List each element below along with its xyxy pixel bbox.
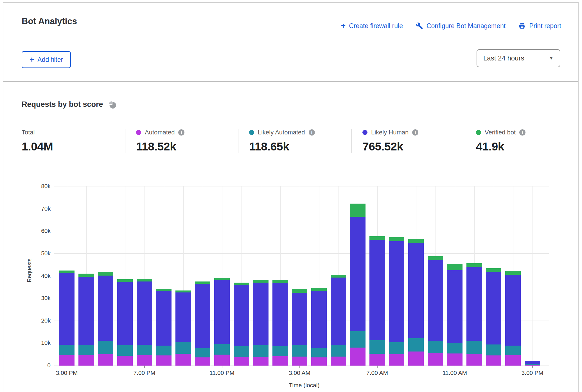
- bar-segment-likely-human: [350, 217, 366, 331]
- bar-segment-likely-human: [525, 361, 540, 364]
- y-tick-label: 20k: [31, 317, 51, 324]
- bar-segment-verified-bot: [253, 280, 269, 283]
- bar-segment-verified-bot: [466, 263, 482, 267]
- x-axis-title: Time (local): [273, 382, 335, 389]
- x-tick-label: 11:00 PM: [200, 370, 245, 376]
- pie-chart-icon: [108, 101, 116, 109]
- bar-segment-likely-automated: [447, 343, 463, 353]
- y-tick-label: 80k: [31, 183, 51, 190]
- stacked-bar-hour-23[interactable]: [505, 271, 521, 366]
- stacked-bar-hour-24[interactable]: [525, 361, 540, 366]
- stacked-bar-hour-18[interactable]: [408, 239, 424, 366]
- y-tick-label: 50k: [31, 250, 51, 257]
- stacked-bar-hour-19[interactable]: [428, 256, 443, 366]
- stacked-bar-hour-8[interactable]: [214, 278, 230, 366]
- stat-total: Total 1.04M: [22, 129, 125, 153]
- verified-bot-dot: [476, 130, 481, 135]
- bar-segment-verified-bot: [272, 280, 288, 283]
- info-icon[interactable]: i: [519, 129, 525, 136]
- stacked-bar-hour-7[interactable]: [195, 281, 210, 366]
- bar-segment-likely-human: [408, 243, 424, 338]
- x-tick: [144, 366, 145, 368]
- page-title: Bot Analytics: [22, 16, 77, 26]
- bar-segment-likely-automated: [253, 345, 269, 357]
- bar-segment-automated: [253, 357, 269, 366]
- bar-segment-likely-human: [98, 276, 113, 341]
- y-tick-label: 0: [31, 362, 51, 369]
- stacked-bar-hour-3[interactable]: [117, 279, 133, 366]
- stacked-bar-hour-15[interactable]: [350, 204, 366, 366]
- bar-segment-verified-bot: [98, 272, 113, 276]
- time-range-select[interactable]: Last 24 hours ▼: [477, 49, 560, 67]
- info-icon[interactable]: i: [412, 129, 418, 136]
- bar-segment-verified-bot: [447, 264, 463, 270]
- bar-segment-automated: [486, 355, 501, 366]
- x-tick-label: 7:00 PM: [122, 370, 167, 376]
- stacked-bar-hour-6[interactable]: [175, 290, 191, 366]
- configure-bot-management-link[interactable]: Configure Bot Management: [416, 22, 506, 30]
- bar-segment-verified-bot: [78, 274, 94, 277]
- section-title-row: Requests by bot score: [22, 100, 116, 109]
- add-filter-label: Add filter: [37, 56, 63, 64]
- configure-bot-management-label: Configure Bot Management: [427, 22, 506, 30]
- stacked-bar-hour-4[interactable]: [137, 279, 152, 366]
- bar-segment-likely-human: [331, 278, 346, 345]
- bar-segment-likely-automated: [175, 342, 191, 354]
- x-tick: [222, 366, 222, 368]
- stacked-bar-hour-1[interactable]: [78, 274, 94, 366]
- stat-likely-human-value: 765.52k: [362, 140, 465, 153]
- y-tick-label: 10k: [31, 339, 51, 346]
- info-icon[interactable]: i: [309, 129, 315, 136]
- bar-segment-likely-automated: [78, 345, 94, 355]
- stacked-bar-hour-20[interactable]: [447, 264, 463, 366]
- bar-segment-likely-automated: [156, 346, 172, 355]
- bar-segment-automated: [117, 356, 133, 366]
- bar-segment-likely-human: [156, 291, 172, 346]
- bar-segment-automated: [350, 348, 366, 366]
- bar-segment-likely-human: [234, 285, 249, 346]
- stacked-bar-hour-9[interactable]: [234, 283, 249, 366]
- y-gridline: [54, 209, 549, 209]
- y-tick-label: 70k: [31, 205, 51, 212]
- bar-segment-likely-automated: [137, 345, 152, 355]
- stacked-bar-hour-13[interactable]: [311, 288, 327, 366]
- x-tick-label: 3:00 PM: [510, 370, 555, 376]
- bar-segment-likely-human: [369, 240, 385, 340]
- y-gridline: [54, 231, 549, 231]
- stacked-bar-hour-5[interactable]: [156, 289, 172, 366]
- stacked-bar-hour-10[interactable]: [253, 280, 269, 366]
- stacked-bar-hour-2[interactable]: [98, 272, 113, 366]
- print-report-link[interactable]: Print report: [518, 22, 561, 30]
- bar-segment-likely-human: [292, 293, 307, 345]
- bar-segment-verified-bot: [311, 288, 327, 291]
- bar-segment-verified-bot: [214, 278, 230, 280]
- bar-segment-verified-bot: [234, 283, 249, 285]
- stacked-bar-hour-21[interactable]: [466, 263, 482, 366]
- bar-segment-likely-automated: [466, 341, 482, 354]
- add-filter-button[interactable]: + Add filter: [22, 51, 71, 68]
- stacked-bar-hour-22[interactable]: [486, 268, 501, 366]
- bar-segment-likely-human: [195, 284, 210, 348]
- stacked-bar-hour-12[interactable]: [292, 289, 307, 366]
- stacked-bar-hour-11[interactable]: [272, 280, 288, 366]
- bar-segment-likely-human: [311, 291, 327, 348]
- create-firewall-rule-link[interactable]: + Create firewall rule: [341, 22, 403, 30]
- bar-segment-verified-bot: [156, 289, 172, 291]
- bar-segment-likely-automated: [428, 341, 443, 353]
- bar-segment-verified-bot: [369, 236, 385, 240]
- bar-segment-likely-human: [447, 270, 463, 343]
- stacked-bar-hour-14[interactable]: [331, 275, 346, 366]
- printer-icon: [518, 22, 526, 30]
- y-gridline: [54, 253, 549, 254]
- bar-segment-likely-human: [253, 283, 269, 345]
- stat-total-label: Total: [22, 129, 35, 136]
- x-tick: [67, 366, 67, 368]
- stacked-bar-hour-17[interactable]: [389, 237, 404, 366]
- bar-segment-likely-human: [117, 282, 133, 345]
- bar-segment-verified-bot: [175, 290, 191, 292]
- bar-segment-likely-automated: [408, 338, 424, 352]
- stacked-bar-hour-16[interactable]: [369, 236, 385, 366]
- info-icon[interactable]: i: [178, 129, 184, 136]
- stacked-bar-hour-0[interactable]: [59, 271, 75, 366]
- bar-segment-automated: [331, 357, 346, 366]
